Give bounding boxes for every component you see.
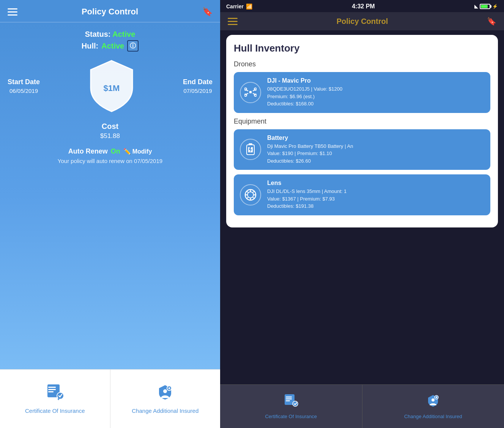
auto-renew-status: On — [111, 147, 120, 155]
phone-frame: Carrier 📶 4:32 PM ◣ ⚡ Policy Control 🔖 — [220, 0, 504, 428]
certificate-label: Certificate Of Insurance — [25, 408, 85, 414]
cost-section: Cost $51.88 — [100, 122, 120, 140]
battery-info: Battery Dji Mavic Pro Battery TB50 Batte… — [267, 135, 484, 165]
left-main-content: Status: Active Hull: Active ⓘ Start Date… — [0, 22, 220, 369]
left-app-title: Policy Control — [82, 7, 138, 17]
cost-value: $51.88 — [100, 132, 120, 140]
svg-point-17 — [244, 94, 247, 96]
end-date-value: 07/05/2019 — [183, 88, 213, 94]
drone-icon — [240, 82, 261, 103]
battery-details: Dji Mavic Pro Battery TB50 Battery | An … — [267, 143, 484, 165]
right-bookmark-icon[interactable]: 🔖 — [487, 17, 496, 26]
svg-rect-40 — [436, 396, 437, 398]
svg-rect-34 — [286, 398, 292, 400]
status-bar-time: 4:32 PM — [352, 3, 375, 10]
right-certificate-icon — [284, 394, 298, 411]
svg-point-16 — [254, 88, 257, 90]
left-header: Policy Control 🔖 — [0, 0, 220, 22]
right-additional-button[interactable]: Change Additional Insured — [362, 385, 504, 428]
renew-subtitle: Your policy will auto renew on 07/05/201… — [58, 158, 162, 164]
certificate-button[interactable]: Certificate Of Insurance — [0, 370, 110, 428]
additional-insured-icon — [157, 384, 173, 404]
hull-inventory-title: Hull Inventory — [234, 42, 490, 54]
start-date-label: Start Date — [8, 78, 40, 86]
additional-label: Change Additional Insured — [132, 408, 198, 414]
svg-rect-35 — [286, 400, 290, 401]
drone-name: DJI - Mavic Pro — [267, 77, 484, 84]
lens-info: Lens DJI DL/DL-S lens 35mm | Amount: 1 V… — [267, 180, 484, 210]
info-icon[interactable]: ⓘ — [127, 40, 139, 52]
cost-label: Cost — [100, 122, 120, 131]
svg-point-15 — [244, 88, 247, 90]
right-additional-label: Change Additional Insured — [404, 414, 462, 419]
svg-rect-2 — [48, 387, 56, 388]
start-date-block: Start Date 06/05/2019 — [8, 78, 40, 94]
status-value: Active — [112, 30, 135, 38]
drone-details: 08QDE3UO1201J5 | Value: $1200 Premium: $… — [267, 85, 484, 108]
svg-line-29 — [253, 197, 254, 199]
svg-rect-4 — [48, 391, 54, 392]
wifi-icon: 📶 — [246, 3, 252, 9]
drone-info: DJI - Mavic Pro 08QDE3UO1201J5 | Value: … — [267, 77, 484, 108]
drones-category-label: Drones — [234, 60, 490, 68]
battery-name: Battery — [267, 135, 484, 141]
auto-renew-section: Auto Renew On ✏️ Modify Your policy will… — [58, 147, 162, 164]
right-panel: Carrier 📶 4:32 PM ◣ ⚡ Policy Control 🔖 — [220, 0, 504, 428]
bookmark-icon[interactable]: 🔖 — [202, 7, 213, 17]
right-certificate-button[interactable]: Certificate Of Insurance — [220, 385, 362, 428]
status-row: Status: Active — [85, 30, 135, 39]
svg-point-36 — [293, 401, 298, 406]
svg-rect-10 — [249, 91, 252, 93]
hamburger-menu-icon[interactable] — [8, 8, 17, 16]
lens-icon-circle — [240, 184, 261, 205]
end-date-block: End Date 07/05/2019 — [183, 78, 213, 94]
certificate-icon — [46, 384, 64, 404]
dates-shield-row: Start Date 06/05/2019 $1M End Date 07/05… — [8, 58, 213, 114]
drone-item[interactable]: DJI - Mavic Pro 08QDE3UO1201J5 | Value: … — [234, 72, 490, 113]
left-panel: Policy Control 🔖 Status: Active Hull: Ac… — [0, 0, 220, 428]
hull-inventory-card: Hull Inventory Drones — [226, 35, 498, 227]
svg-point-18 — [254, 94, 257, 96]
left-bottom-bar: Certificate Of Insurance Change Addition… — [0, 369, 220, 428]
battery-item[interactable]: Battery Dji Mavic Pro Battery TB50 Batte… — [234, 129, 490, 170]
svg-rect-33 — [286, 397, 292, 398]
svg-point-6 — [163, 389, 167, 393]
right-bottom-bar: Certificate Of Insurance Change Addition… — [220, 384, 504, 428]
additional-insured-button[interactable]: Change Additional Insured — [110, 370, 220, 428]
right-additional-icon — [426, 394, 440, 411]
right-main-content: Hull Inventory Drones — [220, 30, 504, 384]
right-header: Policy Control 🔖 — [220, 12, 504, 30]
svg-line-30 — [253, 191, 254, 193]
lens-item[interactable]: Lens DJI DL/DL-S lens 35mm | Amount: 1 V… — [234, 174, 490, 215]
hull-row: Hull: Active ⓘ — [82, 40, 139, 52]
shield-icon: $1M — [85, 58, 138, 114]
start-date-value: 06/05/2019 — [8, 88, 40, 94]
svg-rect-9 — [169, 387, 170, 389]
battery-icon — [480, 4, 490, 9]
svg-line-28 — [247, 191, 248, 193]
right-certificate-label: Certificate Of Insurance — [265, 414, 317, 419]
equipment-category-label: Equipment — [234, 118, 490, 125]
svg-point-37 — [432, 398, 435, 401]
svg-point-23 — [247, 192, 254, 198]
svg-text:$1M: $1M — [103, 83, 120, 93]
location-icon: ◣ — [474, 4, 478, 9]
charging-icon: ⚡ — [492, 4, 498, 9]
svg-rect-3 — [48, 389, 56, 390]
lens-name: Lens — [267, 180, 484, 187]
lens-details: DJI DL/DL-S lens 35mm | Amount: 1 Value:… — [267, 188, 484, 210]
battery-icon-circle — [240, 139, 261, 160]
status-bar: Carrier 📶 4:32 PM ◣ ⚡ — [220, 0, 504, 12]
carrier-label: Carrier — [226, 3, 244, 9]
hull-value: Active — [101, 42, 124, 50]
equipment-section: Equipment Battery — [234, 118, 490, 215]
auto-renew-line: Auto Renew On ✏️ Modify — [58, 147, 162, 155]
svg-line-31 — [247, 197, 248, 199]
end-date-label: End Date — [183, 78, 213, 86]
status-bar-left: Carrier 📶 — [226, 3, 252, 9]
right-app-title: Policy Control — [337, 17, 388, 26]
right-hamburger-icon[interactable] — [228, 18, 238, 25]
shield-container: $1M — [85, 58, 138, 114]
status-bar-right: ◣ ⚡ — [474, 4, 498, 9]
modify-button[interactable]: ✏️ Modify — [123, 148, 152, 155]
